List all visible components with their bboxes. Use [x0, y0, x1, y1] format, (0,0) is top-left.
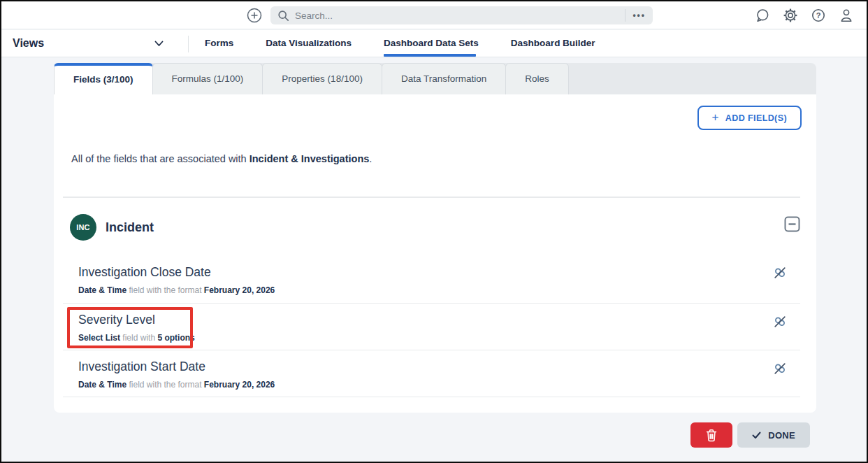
field-list: Investigation Close Date Date & Time fie… — [63, 255, 800, 397]
settings-gear-icon[interactable] — [783, 8, 798, 23]
views-dropdown-label: Views — [13, 37, 44, 50]
top-bar-actions: ? — [755, 8, 854, 23]
trash-icon — [705, 429, 718, 442]
nav-items: Forms Data Visualizations Dashboard Data… — [205, 30, 595, 57]
add-fields-button-label: ADD FIELD(S) — [725, 113, 787, 123]
collapse-section-icon[interactable] — [784, 216, 800, 232]
field-row-investigation-start-date: Investigation Start Date Date & Time fie… — [63, 350, 800, 397]
tab-formulas[interactable]: Formulas (1/100) — [152, 63, 263, 94]
tab-fields[interactable]: Fields (3/100) — [54, 63, 153, 94]
nav-item-dashboard-builder[interactable]: Dashboard Builder — [511, 30, 595, 57]
search-icon — [277, 10, 289, 22]
done-button-label: DONE — [768, 430, 795, 441]
section-divider — [63, 197, 800, 198]
nav-item-forms[interactable]: Forms — [205, 30, 233, 57]
description-period: . — [369, 153, 372, 164]
dataset-tab-bar: Fields (3/100) Formulas (1/100) Properti… — [54, 63, 816, 94]
global-search[interactable]: ••• — [270, 6, 653, 24]
field-subtitle: Select List field with 5 options — [78, 333, 800, 343]
field-subtitle: Date & Time field with the format Februa… — [78, 380, 800, 390]
delete-button[interactable] — [690, 422, 732, 448]
description-object-name: Incident & Investigations — [249, 153, 370, 164]
add-fields-button[interactable]: + ADD FIELD(S) — [697, 106, 802, 130]
search-more-options-icon[interactable]: ••• — [625, 9, 650, 22]
nav-divider — [188, 36, 189, 52]
fields-description: All of the fields that are associated wi… — [71, 153, 372, 164]
tab-data-transformation[interactable]: Data Transformation — [382, 63, 506, 94]
incident-section-header: INC Incident — [70, 214, 154, 241]
chat-icon[interactable] — [755, 8, 770, 23]
unlink-field-icon[interactable] — [772, 265, 788, 280]
field-subtitle: Date & Time field with the format Februa… — [78, 285, 800, 295]
tab-properties[interactable]: Properties (18/100) — [262, 63, 382, 94]
field-name: Severity Level — [78, 313, 800, 327]
object-type-badge: INC — [70, 214, 96, 241]
unlink-field-icon[interactable] — [772, 314, 788, 329]
profile-icon[interactable] — [839, 8, 854, 23]
nav-item-dashboard-data-sets[interactable]: Dashboard Data Sets — [384, 30, 479, 57]
footer-actions: DONE — [690, 422, 810, 448]
section-title: Incident — [106, 220, 154, 235]
check-icon — [752, 432, 761, 439]
description-text: All of the fields that are associated wi… — [71, 153, 249, 164]
help-icon[interactable]: ? — [811, 8, 826, 23]
search-input[interactable] — [295, 10, 619, 21]
tab-roles[interactable]: Roles — [505, 63, 569, 94]
secondary-nav: Views Forms Data Visualizations Dashboar… — [1, 30, 867, 57]
field-name: Investigation Close Date — [78, 265, 800, 280]
field-name: Investigation Start Date — [78, 359, 800, 374]
top-bar: ••• — [1, 1, 867, 29]
fields-panel: + ADD FIELD(S) All of the fields that ar… — [54, 94, 816, 413]
svg-text:?: ? — [816, 11, 821, 20]
nav-item-data-visualizations[interactable]: Data Visualizations — [266, 30, 352, 57]
done-button[interactable]: DONE — [737, 422, 810, 448]
plus-icon: + — [712, 111, 719, 124]
field-row-investigation-close-date: Investigation Close Date Date & Time fie… — [63, 255, 800, 304]
app-window: ••• — [0, 0, 868, 463]
views-dropdown[interactable]: Views — [13, 30, 44, 57]
field-row-severity-level: Severity Level Select List field with 5 … — [63, 304, 800, 350]
unlink-field-icon[interactable] — [772, 361, 788, 376]
add-new-icon[interactable] — [247, 8, 262, 23]
chevron-down-icon[interactable] — [154, 41, 164, 47]
